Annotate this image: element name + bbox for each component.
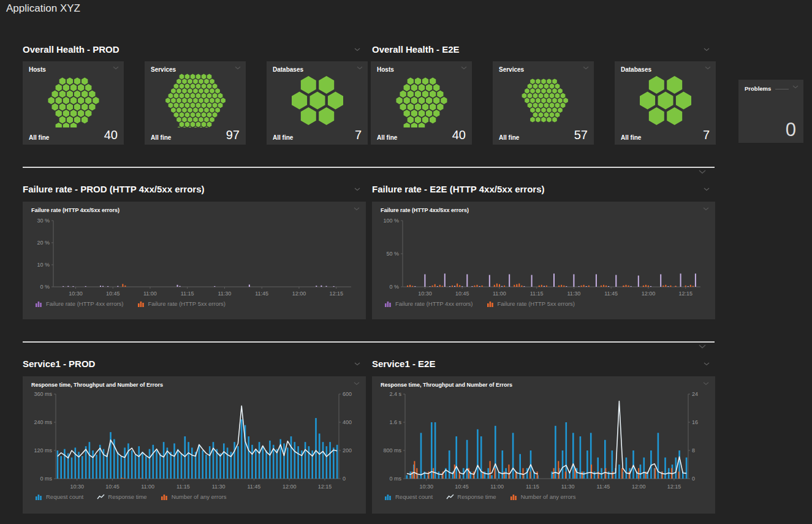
chevron-down-icon[interactable] xyxy=(461,66,467,70)
svg-text:240 ms: 240 ms xyxy=(34,419,52,425)
svg-text:50 %: 50 % xyxy=(386,251,399,257)
svg-text:10:45: 10:45 xyxy=(455,484,469,490)
legend-item[interactable]: Request count xyxy=(384,493,433,500)
bar-series-icon xyxy=(384,494,392,500)
svg-text:12:15: 12:15 xyxy=(318,484,332,490)
problems-count: 0 xyxy=(786,120,796,139)
chevron-down-icon[interactable] xyxy=(703,382,709,385)
legend-label: Response time xyxy=(108,493,146,500)
tile-label: Databases xyxy=(621,66,651,73)
svg-text:0 %: 0 % xyxy=(389,284,399,290)
section-title: Service1 - PROD xyxy=(23,359,95,369)
legend-item[interactable]: Response time xyxy=(97,493,146,500)
chevron-down-icon[interactable] xyxy=(583,66,589,70)
chart-tile-failure-prod: Failure rate (HTTP 4xx/5xx errors) 0 %10… xyxy=(23,202,366,319)
svg-text:10:45: 10:45 xyxy=(106,290,120,297)
tile-label: Hosts xyxy=(29,66,46,73)
bar-series-icon xyxy=(137,301,145,307)
legend-label: Request count xyxy=(46,493,83,500)
chart-title: Failure rate (HTTP 4xx/5xx errors) xyxy=(31,207,120,213)
chart-legend: Request countResponse timeNumber of any … xyxy=(376,491,711,500)
legend-item[interactable]: Number of any errors xyxy=(510,493,576,500)
svg-text:12:00: 12:00 xyxy=(283,484,297,490)
legend-item[interactable]: Request count xyxy=(35,493,83,500)
svg-text:200: 200 xyxy=(343,447,352,454)
service-e2e-chart[interactable]: 0 ms800 ms1.6 s2.4 s08162410:3010:4511:0… xyxy=(376,388,710,491)
svg-text:100 %: 100 % xyxy=(383,218,399,224)
svg-text:0: 0 xyxy=(692,476,695,482)
service-prod-chart[interactable]: 0 ms120 ms240 ms360 ms020040060010:3010:… xyxy=(26,388,361,491)
chevron-down-icon[interactable] xyxy=(705,66,711,70)
chevron-down-icon[interactable] xyxy=(354,362,360,366)
chart-tile-service-prod: Response time, Throughput and Number of … xyxy=(23,376,366,514)
health-tile-hosts-e2e[interactable]: Hosts All fine 40 xyxy=(371,61,472,145)
chevron-down-icon[interactable] xyxy=(357,66,363,70)
entity-count: 97 xyxy=(226,129,240,141)
legend-item[interactable]: Failure rate (HTTP 4xx errors) xyxy=(384,300,473,307)
bar-series-icon xyxy=(487,301,495,307)
svg-text:11:00: 11:00 xyxy=(141,484,154,490)
health-tile-hosts-prod[interactable]: Hosts All fine 40 xyxy=(23,61,124,145)
legend-item[interactable]: Number of any errors xyxy=(161,493,227,500)
status-text: All fine xyxy=(29,134,49,141)
chevron-down-icon[interactable] xyxy=(354,382,360,385)
entity-count: 7 xyxy=(703,129,710,141)
legend-item[interactable]: Response time xyxy=(446,493,496,500)
svg-text:11:45: 11:45 xyxy=(255,290,268,297)
failure-e2e-chart[interactable]: 0 %50 %100 %10:3010:4511:0011:1511:3011:… xyxy=(376,213,710,298)
svg-text:10:45: 10:45 xyxy=(455,290,469,297)
svg-text:10:45: 10:45 xyxy=(105,484,120,490)
svg-text:11:30: 11:30 xyxy=(218,290,232,297)
svg-text:10:30: 10:30 xyxy=(69,290,83,297)
chevron-down-icon[interactable] xyxy=(235,66,241,70)
failure-prod-chart[interactable]: 0 %10 %20 %30 %10:3010:4511:0011:1511:30… xyxy=(26,213,361,298)
svg-text:11:15: 11:15 xyxy=(526,484,539,490)
chevron-down-icon[interactable] xyxy=(792,85,799,89)
chevron-down-icon[interactable] xyxy=(113,66,119,70)
section-header-service-e2e: Service1 - E2E xyxy=(372,359,710,369)
bar-series-icon xyxy=(510,494,518,500)
chevron-down-icon[interactable] xyxy=(354,207,360,211)
problems-tile[interactable]: Problems 0 xyxy=(738,80,803,143)
health-tile-services-e2e[interactable]: Services All fine 57 xyxy=(493,61,594,145)
honeycomb-services-prod xyxy=(150,74,241,127)
health-tile-services-prod[interactable]: Services All fine 97 xyxy=(145,61,246,145)
status-text: All fine xyxy=(621,134,641,141)
svg-text:11:15: 11:15 xyxy=(176,484,190,490)
svg-text:11:30: 11:30 xyxy=(561,484,575,490)
chevron-down-icon[interactable] xyxy=(704,362,710,366)
legend-label: Response time xyxy=(457,493,496,500)
svg-text:12:15: 12:15 xyxy=(667,484,681,490)
legend-item[interactable]: Failure rate (HTTP 4xx errors) xyxy=(35,300,124,307)
chevron-down-icon[interactable] xyxy=(699,344,706,349)
section-title: Overall Health - PROD xyxy=(23,44,120,55)
svg-text:11:30: 11:30 xyxy=(567,290,581,297)
svg-text:10 %: 10 % xyxy=(37,262,50,268)
svg-text:12:15: 12:15 xyxy=(678,290,692,297)
entity-count: 7 xyxy=(355,129,362,141)
svg-text:800 ms: 800 ms xyxy=(383,447,401,454)
tile-label: Problems xyxy=(745,85,771,92)
chevron-down-icon[interactable] xyxy=(704,48,710,51)
bar-series-icon xyxy=(161,494,169,500)
chevron-down-icon[interactable] xyxy=(703,207,709,211)
legend-label: Number of any errors xyxy=(521,493,576,500)
honeycomb-databases-e2e xyxy=(620,74,711,127)
legend-item[interactable]: Failure rate (HTTP 5xx errors) xyxy=(487,300,575,307)
legend-label: Failure rate (HTTP 4xx errors) xyxy=(46,300,124,307)
chart-title: Failure rate (HTTP 4xx/5xx errors) xyxy=(381,207,469,213)
health-tile-databases-prod[interactable]: Databases All fine 7 xyxy=(267,61,368,145)
status-text: All fine xyxy=(499,134,519,141)
chevron-down-icon[interactable] xyxy=(354,188,360,191)
svg-text:10:30: 10:30 xyxy=(418,290,432,297)
chevron-down-icon[interactable] xyxy=(699,170,706,174)
svg-text:8: 8 xyxy=(692,447,695,454)
health-tile-databases-e2e[interactable]: Databases All fine 7 xyxy=(615,61,716,145)
chevron-down-icon[interactable] xyxy=(354,48,360,51)
legend-item[interactable]: Failure rate (HTTP 5xx errors) xyxy=(137,300,226,307)
svg-text:0 ms: 0 ms xyxy=(389,476,401,482)
section-header-failure-e2e: Failure rate - E2E (HTTP 4xx/5xx errors) xyxy=(372,184,710,194)
chevron-down-icon[interactable] xyxy=(704,188,710,191)
svg-text:0: 0 xyxy=(343,476,346,482)
svg-text:0 ms: 0 ms xyxy=(40,476,52,482)
